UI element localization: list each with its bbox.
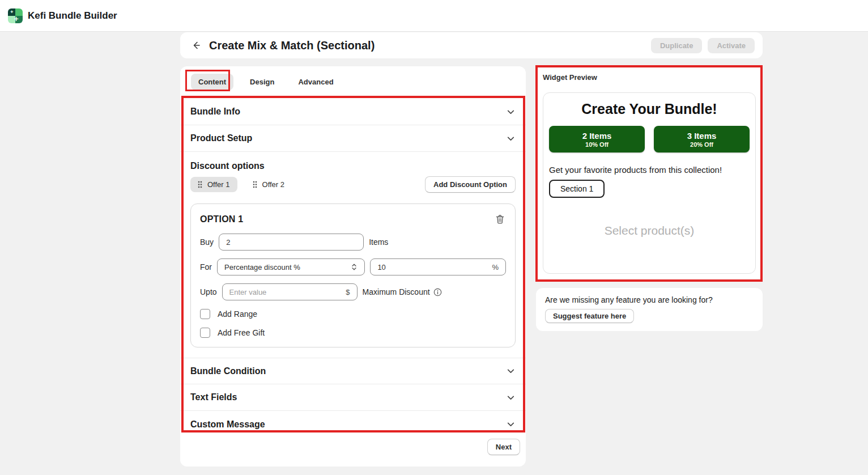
discount-options-title: Discount options: [190, 161, 516, 171]
widget-offer-button-3-items[interactable]: 3 Items 20% Off: [654, 126, 750, 152]
drag-handle-icon: [253, 181, 257, 188]
offer-items-label: 2 Items: [582, 131, 612, 141]
top-bar: ✦＋ Kefi Bundle Builder: [0, 0, 868, 32]
max-discount-input[interactable]: [229, 288, 342, 296]
percent-suffix: %: [492, 263, 499, 272]
buy-label: Buy: [200, 238, 214, 247]
widget-section-1-button[interactable]: Section 1: [549, 180, 605, 198]
discount-type-value: Percentage discount %: [224, 263, 300, 272]
widget-offer-buttons: 2 Items 10% Off 3 Items 20% Off: [549, 126, 750, 152]
buy-quantity-field[interactable]: [219, 234, 364, 251]
discount-type-select[interactable]: Percentage discount %: [217, 258, 365, 275]
accordion-label: Bundle Info: [190, 107, 240, 117]
offer-items-label: 3 Items: [687, 131, 717, 141]
tab-design[interactable]: Design: [242, 74, 282, 90]
add-range-label: Add Range: [218, 309, 257, 319]
app-screen: ✦＋ Kefi Bundle Builder Create Mix & Matc…: [0, 0, 868, 475]
offer-tab-1[interactable]: Offer 1: [190, 177, 237, 192]
accordion-product-setup[interactable]: Product Setup: [180, 125, 526, 152]
accordion-label: Bundle Condition: [190, 366, 266, 376]
header-actions: Duplicate Activate: [651, 38, 755, 53]
widget-headline: Create Your Bundle!: [549, 101, 750, 117]
max-discount-label: Maximum Discount: [363, 287, 430, 296]
accordion-label: Custom Message: [190, 419, 265, 430]
back-button[interactable]: [188, 37, 204, 53]
tab-advanced[interactable]: Advanced: [291, 74, 341, 90]
for-label: For: [200, 262, 212, 272]
page-header: Create Mix & Match (Sectional) Duplicate…: [180, 32, 763, 58]
info-icon[interactable]: [433, 288, 442, 296]
offer-tabs: Offer 1 Offer 2 Add Discount Option: [190, 176, 516, 193]
tab-content[interactable]: Content: [191, 74, 233, 90]
page-title: Create Mix & Match (Sectional): [209, 39, 375, 52]
upto-label: Upto: [200, 287, 217, 296]
feedback-panel: Are we missing any feature you are looki…: [536, 288, 763, 331]
discount-options-section: Discount options Offer 1 Offer 2 Add Dis…: [180, 152, 526, 358]
discount-value-input[interactable]: [377, 263, 487, 272]
offer-discount-label: 20% Off: [690, 141, 713, 148]
feedback-question: Are we missing any feature you are looki…: [545, 295, 754, 304]
offer-tab-label: Offer 2: [262, 180, 285, 189]
add-free-gift-label: Add Free Gift: [218, 328, 265, 337]
content-tab-panel: Bundle Info Product Setup Discount optio…: [180, 99, 526, 438]
widget-preview-panel: Widget Preview Create Your Bundle! 2 Ite…: [536, 66, 763, 282]
suggest-feature-button[interactable]: Suggest feature here: [545, 309, 634, 323]
accordion-bundle-condition[interactable]: Bundle Condition: [180, 358, 526, 384]
widget-preview-title: Widget Preview: [536, 66, 763, 82]
select-products-placeholder: Select product(s): [549, 224, 750, 238]
up-down-chevrons-icon: [351, 263, 358, 271]
tab-bar: Content Design Advanced: [180, 66, 526, 90]
accordion-text-fields[interactable]: Text Fields: [180, 384, 526, 411]
dollar-suffix: $: [346, 288, 350, 296]
items-label: Items: [369, 238, 388, 247]
offer-discount-label: 10% Off: [585, 141, 609, 148]
buy-quantity-input[interactable]: [226, 238, 356, 247]
back-arrow-icon: [191, 40, 201, 50]
chevron-down-icon: [506, 134, 516, 143]
add-range-checkbox[interactable]: [200, 309, 210, 319]
editor-panel: Content Design Advanced Bundle Info Prod…: [180, 66, 526, 466]
widget-subtitle: Get your favorite products from this col…: [549, 165, 750, 175]
add-discount-option-button[interactable]: Add Discount Option: [425, 176, 516, 193]
chevron-down-icon: [506, 419, 516, 429]
option-title: OPTION 1: [200, 214, 243, 224]
next-button[interactable]: Next: [487, 439, 520, 455]
activate-button[interactable]: Activate: [708, 38, 755, 53]
discount-value-field[interactable]: %: [370, 258, 506, 275]
add-free-gift-checkbox[interactable]: [200, 328, 210, 338]
accordion-label: Product Setup: [190, 133, 252, 143]
chevron-down-icon: [506, 366, 516, 376]
offer-tab-label: Offer 1: [207, 180, 230, 189]
app-title: Kefi Bundle Builder: [28, 10, 117, 22]
option-1-card: OPTION 1 Buy Items For: [190, 203, 516, 347]
accordion-label: Text Fields: [190, 392, 237, 402]
offer-tab-2[interactable]: Offer 2: [245, 177, 292, 192]
duplicate-button[interactable]: Duplicate: [651, 38, 703, 53]
app-logo-icon: ✦＋: [8, 9, 23, 23]
chevron-down-icon: [506, 107, 516, 117]
chevron-down-icon: [506, 393, 516, 402]
drag-handle-icon: [198, 181, 202, 188]
delete-option-button[interactable]: [494, 213, 506, 226]
accordion-custom-message[interactable]: Custom Message: [180, 411, 526, 438]
accordion-bundle-info[interactable]: Bundle Info: [180, 99, 526, 125]
trash-icon: [495, 214, 505, 224]
max-discount-field[interactable]: $: [222, 283, 358, 300]
widget-offer-button-2-items[interactable]: 2 Items 10% Off: [549, 126, 645, 152]
widget-preview-frame: Create Your Bundle! 2 Items 10% Off 3 It…: [543, 92, 756, 274]
